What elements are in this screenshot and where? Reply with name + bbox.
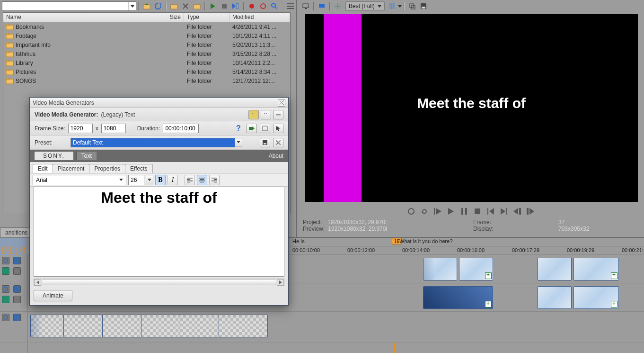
clip[interactable] xyxy=(573,258,619,281)
tab-properties[interactable]: Properties xyxy=(89,164,125,173)
scroll-left-button[interactable] xyxy=(34,279,41,286)
properties-button[interactable] xyxy=(260,124,270,133)
stop-button[interactable] xyxy=(472,206,483,217)
clip[interactable] xyxy=(459,258,493,281)
autoplay-button[interactable] xyxy=(230,1,241,11)
save-preset-button[interactable] xyxy=(260,138,270,147)
file-row[interactable]: Important InfoFile folder5/20/2013 11:3.… xyxy=(3,40,290,49)
plugin-view-list-button[interactable] xyxy=(273,110,283,119)
play-button[interactable] xyxy=(208,1,218,11)
select-button[interactable] xyxy=(273,124,283,133)
preset-combo[interactable]: Default Text xyxy=(71,138,235,147)
font-combo[interactable]: Arial xyxy=(33,175,126,185)
clip[interactable] xyxy=(423,258,457,281)
duration-input[interactable] xyxy=(163,124,199,133)
bold-button[interactable]: B xyxy=(155,175,166,185)
track-motion-icon[interactable] xyxy=(13,296,21,303)
record-button[interactable] xyxy=(247,1,257,11)
loop-button[interactable] xyxy=(258,1,268,11)
help-button[interactable]: ? xyxy=(233,124,244,133)
quality-dropdown[interactable]: Best (Full) xyxy=(345,1,385,11)
about-link[interactable]: About xyxy=(269,153,283,159)
track-header-1[interactable] xyxy=(0,255,27,283)
preset-dropdown-button[interactable] xyxy=(235,138,242,146)
go-to-end-button[interactable] xyxy=(499,206,509,217)
track-fx-icon[interactable] xyxy=(2,267,9,275)
file-row[interactable]: LibraryFile folder10/14/2011 2:2... xyxy=(3,58,290,67)
refresh-button[interactable] xyxy=(153,1,163,11)
next-frame-button[interactable] xyxy=(525,206,536,217)
col-size[interactable]: Size xyxy=(163,13,184,22)
col-modified[interactable]: Modified xyxy=(229,13,290,22)
align-right-button[interactable] xyxy=(209,175,220,185)
clip[interactable] xyxy=(180,315,223,337)
copy-snapshot-button[interactable] xyxy=(407,1,417,11)
clip[interactable] xyxy=(30,315,68,337)
prev-frame-button[interactable] xyxy=(512,206,522,217)
plugin-view-large-button[interactable] xyxy=(248,110,259,119)
clip[interactable] xyxy=(63,315,107,337)
tab-transitions[interactable]: ansitions xyxy=(0,227,33,237)
track-motion-icon[interactable] xyxy=(13,267,21,275)
clip[interactable] xyxy=(538,286,572,309)
clip[interactable] xyxy=(573,286,619,309)
replace-plugin-button[interactable] xyxy=(247,124,257,133)
bypass-fx-icon[interactable] xyxy=(2,257,9,264)
clip[interactable] xyxy=(141,315,185,337)
play-from-start-button[interactable] xyxy=(432,206,443,217)
align-left-button[interactable] xyxy=(185,175,195,185)
col-name[interactable]: Name xyxy=(3,13,163,22)
path-dropdown-button[interactable] xyxy=(128,2,136,10)
tab-edit[interactable]: Edit xyxy=(33,164,53,173)
horizontal-scrollbar[interactable] xyxy=(34,279,284,286)
size-dropdown-button[interactable] xyxy=(146,176,153,184)
width-input[interactable] xyxy=(68,124,93,133)
automation-icon[interactable] xyxy=(13,314,21,321)
scale-button[interactable] xyxy=(333,1,343,11)
dialog-close-button[interactable] xyxy=(278,99,285,107)
delete-preset-button[interactable] xyxy=(273,138,283,147)
snapshot-button[interactable] xyxy=(300,1,311,11)
tab-effects[interactable]: Effects xyxy=(125,164,152,173)
tab-placement[interactable]: Placement xyxy=(53,164,90,173)
file-row[interactable]: BookmarksFile folder4/26/2011 9:41 ... xyxy=(3,22,290,31)
up-folder-button[interactable] xyxy=(141,1,152,11)
scrollbar-thumb[interactable] xyxy=(42,280,276,285)
col-type[interactable]: Type xyxy=(184,13,229,22)
track-header-2[interactable] xyxy=(0,283,27,312)
text-canvas[interactable]: Meet the staff of xyxy=(34,187,284,277)
file-row[interactable]: SONGSFile folder12/17/2012 12:... xyxy=(3,76,290,85)
search-button[interactable] xyxy=(269,1,280,11)
track-header-3[interactable] xyxy=(0,312,27,343)
animate-button[interactable]: Animate xyxy=(34,290,72,301)
bypass-fx-icon[interactable] xyxy=(2,314,9,321)
italic-button[interactable]: I xyxy=(168,175,178,185)
open-button[interactable] xyxy=(169,1,179,11)
record-button[interactable] xyxy=(406,206,416,217)
views-button[interactable] xyxy=(285,1,296,11)
go-to-start-button[interactable] xyxy=(485,206,496,217)
clip[interactable] xyxy=(219,315,268,337)
text-content[interactable]: Meet the staff of xyxy=(34,187,284,207)
file-row[interactable]: PicturesFile folder5/14/2012 8:34 ... xyxy=(3,67,290,76)
track-fx-icon[interactable] xyxy=(2,296,9,303)
grid-button[interactable] xyxy=(387,1,397,11)
video-preview[interactable]: Meet the staff of xyxy=(305,14,638,202)
favorites-button[interactable] xyxy=(192,1,202,11)
save-snapshot-button[interactable] xyxy=(418,1,429,11)
pause-button[interactable] xyxy=(459,206,469,217)
track-3[interactable] xyxy=(27,312,644,343)
clip[interactable] xyxy=(102,315,146,337)
file-row[interactable]: FootageFile folder10/1/2012 4:11 ... xyxy=(3,31,290,40)
clip[interactable] xyxy=(538,258,572,281)
plugin-view-small-button[interactable] xyxy=(261,110,271,119)
scroll-right-button[interactable] xyxy=(277,279,284,286)
play-button[interactable] xyxy=(446,206,456,217)
external-monitor-button[interactable] xyxy=(317,1,327,11)
stop-button[interactable] xyxy=(219,1,229,11)
path-combo[interactable] xyxy=(2,1,136,11)
automation-icon[interactable] xyxy=(13,285,21,293)
height-input[interactable] xyxy=(101,124,126,133)
vmg-titlebar[interactable]: Video Media Generators xyxy=(30,98,288,108)
file-row[interactable]: IsthmusFile folder3/15/2012 8:28 ... xyxy=(3,49,290,58)
